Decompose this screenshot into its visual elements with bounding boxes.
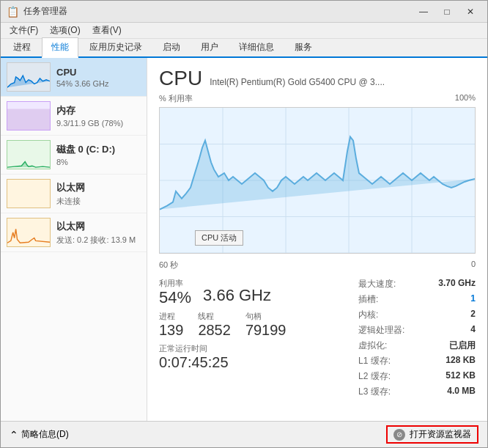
main-panel: CPU Intel(R) Pentium(R) Gold G5400 CPU @…: [147, 58, 487, 421]
eth1-sub: 未连接: [56, 196, 141, 207]
sidebar: CPU 54% 3.66 GHz 内存 9.3/11.9 GB (78%): [1, 58, 147, 421]
spec-virt: 虚拟化: 已启用: [358, 339, 476, 352]
spec-max-speed: 最大速度: 3.70 GHz: [358, 278, 476, 290]
main-subtitle: Intel(R) Pentium(R) Gold G5400 CPU @ 3..…: [210, 77, 385, 87]
tab-details[interactable]: 详细信息: [229, 37, 284, 56]
spec-l2-value: 512 KB: [446, 370, 476, 383]
minimize-button[interactable]: —: [413, 4, 435, 19]
disk-sub: 8%: [56, 158, 141, 166]
sidebar-item-cpu[interactable]: CPU 54% 3.66 GHz: [1, 58, 147, 97]
sidebar-item-memory[interactable]: 内存 9.3/11.9 GB (78%): [1, 97, 147, 136]
spec-max-speed-value: 3.70 GHz: [438, 278, 476, 290]
tab-services[interactable]: 服务: [285, 37, 322, 56]
utilization-group: 利用率 54%: [159, 278, 191, 306]
process-row: 进程 139 线程 2852 句柄 79199: [159, 311, 336, 339]
summary-info-button[interactable]: ⌃ 简略信息(D): [10, 428, 69, 441]
sidebar-item-eth2[interactable]: 以太网 发送: 0.2 接收: 13.9 M: [1, 213, 147, 252]
cpu-thumbnail: [7, 62, 51, 92]
chart-tooltip: CPU 活动: [195, 230, 243, 246]
spec-l3: L3 缓存: 4.0 MB: [358, 386, 476, 398]
memory-label: 内存 9.3/11.9 GB (78%): [56, 104, 141, 128]
window-title: 任务管理器: [23, 5, 67, 18]
sidebar-item-eth1[interactable]: 以太网 未连接: [1, 175, 147, 213]
cpu-label: CPU 54% 3.66 GHz: [56, 67, 141, 88]
tab-bar: 进程 性能 应用历史记录 启动 用户 详细信息 服务: [1, 39, 487, 58]
spec-logical-label: 逻辑处理器:: [358, 324, 404, 337]
summary-info-label: 简略信息(D): [21, 428, 69, 441]
disk-title: 磁盘 0 (C: D:): [56, 143, 141, 156]
threads-col: 线程 2852: [198, 311, 231, 339]
chart-time-labels: 60 秒 0: [159, 260, 476, 271]
chevron-up-icon: ⌃: [10, 429, 18, 441]
eth1-thumbnail: [7, 179, 51, 208]
cpu-sub: 54% 3.66 GHz: [56, 79, 141, 88]
maximize-button[interactable]: □: [436, 4, 458, 19]
tab-app-history[interactable]: 应用历史记录: [80, 37, 152, 56]
runtime-group: 正常运行时间 0:07:45:25: [159, 343, 336, 371]
memory-title: 内存: [56, 104, 141, 117]
spec-l1-label: L1 缓存:: [358, 355, 391, 367]
close-button[interactable]: ✕: [459, 4, 481, 19]
chart-labels: % 利用率 100%: [159, 93, 476, 104]
content-area: CPU 54% 3.66 GHz 内存 9.3/11.9 GB (78%): [1, 58, 487, 421]
resource-monitor-label: 打开资源监视器: [410, 428, 471, 441]
tab-processes[interactable]: 进程: [4, 37, 40, 56]
spec-slots-label: 插槽:: [358, 293, 378, 306]
disk-thumbnail: [7, 140, 51, 169]
handles-label: 句柄: [245, 311, 286, 322]
disk-label: 磁盘 0 (C: D:) 8%: [56, 143, 141, 166]
spec-l2: L2 缓存: 512 KB: [358, 370, 476, 383]
threads-label: 线程: [198, 311, 231, 322]
eth2-sub: 发送: 0.2 接收: 13.9 M: [56, 235, 141, 246]
svg-rect-2: [7, 141, 50, 169]
svg-rect-1: [7, 109, 50, 131]
tab-performance[interactable]: 性能: [42, 37, 78, 58]
eth2-label: 以太网 发送: 0.2 接收: 13.9 M: [56, 220, 141, 246]
spec-l3-label: L3 缓存:: [358, 386, 391, 398]
handles-value: 79199: [245, 322, 286, 339]
processes-col: 进程 139: [159, 311, 183, 339]
stats-left: 利用率 54% 3.66 GHz 进程 139: [159, 278, 336, 401]
spec-l1: L1 缓存: 128 KB: [358, 355, 476, 367]
spec-cores-label: 内核:: [358, 309, 378, 321]
spec-slots: 插槽: 1: [358, 293, 476, 306]
runtime-label: 正常运行时间: [159, 343, 336, 354]
app-icon: 📋: [7, 6, 19, 18]
resource-monitor-icon: ⊘: [393, 429, 405, 441]
resource-monitor-button[interactable]: ⊘ 打开资源监视器: [386, 425, 478, 444]
processes-label: 进程: [159, 311, 183, 322]
footer: ⌃ 简略信息(D) ⊘ 打开资源监视器: [1, 421, 487, 447]
title-bar: 📋 任务管理器 — □ ✕: [1, 1, 487, 23]
spec-l1-value: 128 KB: [446, 355, 476, 367]
spec-logical: 逻辑处理器: 4: [358, 324, 476, 337]
spec-max-speed-label: 最大速度:: [358, 278, 396, 290]
speed-value: 3.66 GHz: [203, 287, 271, 304]
util-speed-row: 利用率 54% 3.66 GHz: [159, 278, 336, 306]
title-bar-left: 📋 任务管理器: [7, 5, 67, 18]
processes-value: 139: [159, 322, 183, 339]
spec-logical-value: 4: [470, 324, 476, 337]
cpu-title: CPU: [56, 67, 141, 78]
spec-slots-value: 1: [470, 293, 476, 306]
runtime-value: 0:07:45:25: [159, 354, 336, 371]
menu-bar: 文件(F) 选项(O) 查看(V): [1, 23, 487, 39]
utilization-label: 利用率: [159, 278, 191, 289]
menu-file[interactable]: 文件(F): [4, 23, 44, 38]
chart-label-left: % 利用率: [159, 93, 193, 104]
menu-view[interactable]: 查看(V): [86, 23, 127, 38]
main-header: CPU Intel(R) Pentium(R) Gold G5400 CPU @…: [159, 67, 476, 90]
chart-time-right: 0: [471, 260, 476, 271]
memory-sub: 9.3/11.9 GB (78%): [56, 119, 141, 128]
spec-virt-label: 虚拟化:: [358, 339, 387, 352]
spec-l2-label: L2 缓存:: [358, 370, 391, 383]
tab-users[interactable]: 用户: [191, 37, 228, 56]
sidebar-item-disk[interactable]: 磁盘 0 (C: D:) 8%: [1, 136, 147, 175]
cpu-chart: CPU 活动: [159, 107, 476, 254]
title-bar-buttons: — □ ✕: [413, 4, 481, 19]
spec-cores: 内核: 2: [358, 309, 476, 321]
utilization-value: 54%: [159, 289, 191, 306]
eth1-title: 以太网: [56, 181, 141, 194]
eth2-thumbnail: [7, 218, 51, 247]
menu-options[interactable]: 选项(O): [44, 23, 86, 38]
tab-startup[interactable]: 启动: [153, 37, 190, 56]
